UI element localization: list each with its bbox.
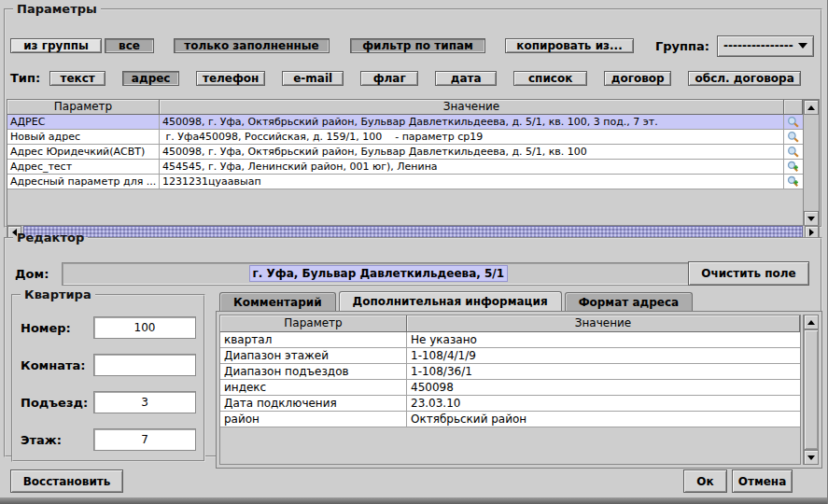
column-header-param[interactable]: Параметр [7,100,160,114]
apartment-group: Квартира Номер: Комната: Подъезд: Этаж: [11,287,205,462]
ok-button[interactable]: Ок [683,469,727,493]
tab-address-format[interactable]: Формат адреса [565,292,694,311]
editor-group-title: Редактор [13,231,88,245]
value-cell[interactable]: 1-108/36/1 [407,364,800,379]
tab-comment[interactable]: Комментарий [219,292,336,311]
only-filled-button[interactable]: только заполненные [174,38,330,53]
value-cell[interactable]: 1231231цуаавыап [160,175,784,189]
number-input[interactable] [93,316,196,339]
magnifier-plus-icon [787,161,800,174]
magnifier-icon [787,116,800,129]
row-search-button[interactable] [784,130,803,144]
parameters-group: Параметры из группы все только заполненн… [4,2,822,228]
table-row[interactable]: Адресный параметр для ... 1231231цуаавыа… [7,175,803,189]
table-row[interactable]: индекс 450098 [220,380,800,396]
all-button[interactable]: все [105,38,154,53]
param-cell[interactable]: квартал [220,332,407,347]
param-cell[interactable]: Адрес_тест [7,160,160,174]
param-cell[interactable]: Диапазон подъездов [220,364,407,379]
entrance-label: Подъезд: [21,396,88,410]
param-cell[interactable]: Диапазон этажей [220,348,407,363]
magnifier-plus-icon [787,175,800,189]
param-cell[interactable]: Адрес Юридечкий(АСВТ) [7,145,160,159]
info-table-header[interactable]: Параметр Значение [220,315,800,332]
scroll-up-icon [807,320,815,325]
table-row[interactable]: Новый адрес г. Уфа450098, Российская, д.… [7,130,803,145]
parameters-editor-window: Параметры из группы все только заполненн… [0,0,828,504]
row-search-add-button[interactable] [784,160,803,174]
parameters-table-header[interactable]: Параметр Значение [7,100,803,115]
group-dropdown[interactable]: --------------- [717,35,814,57]
floor-label: Этаж: [21,433,62,447]
tab-strip: Комментарий Дополнительная информация Фо… [216,291,822,311]
table-row[interactable]: Диапазон подъездов 1-108/36/1 [220,364,800,380]
type-text-button[interactable]: текст [49,71,105,86]
value-cell[interactable]: 450098, г. Уфа, Октябрьский район, Бульв… [160,115,784,129]
type-service-contract-button[interactable]: обсл. договора [688,71,801,86]
row-search-button[interactable] [784,115,803,129]
table-row[interactable]: Диапазон этажей 1-108/4/1/9 [220,348,800,364]
value-cell[interactable]: 23.03.10 [407,396,800,411]
param-cell[interactable]: Адресный параметр для ... [7,175,160,189]
value-cell[interactable]: Не указано [407,332,800,347]
window-bottom-frame [0,497,827,504]
room-label: Комната: [21,358,85,372]
param-cell[interactable]: АДРЕС [7,115,160,129]
scroll-down-button[interactable] [804,450,819,465]
scroll-up-button[interactable] [804,100,819,115]
group-dropdown-value: --------------- [723,39,793,52]
apartment-field-row: Подъезд: [21,391,196,413]
cancel-button[interactable]: Отмена [732,469,793,493]
type-date-button[interactable]: дата [435,71,497,86]
param-cell[interactable]: Дата подключения [220,396,407,411]
floor-input[interactable] [93,428,196,451]
param-cell[interactable]: Новый адрес [7,130,160,144]
room-input[interactable] [93,354,196,376]
table-row[interactable]: район Октябрьский район [220,412,800,427]
value-cell[interactable]: г. Уфа450098, Российская, д. 159/1, 100 … [160,130,784,144]
type-phone-button[interactable]: телефон [196,71,265,86]
table-row[interactable]: АДРЕС 450098, г. Уфа, Октябрьский район,… [7,115,803,130]
row-search-button[interactable] [784,145,803,159]
param-cell[interactable]: индекс [220,380,407,395]
value-cell[interactable]: Октябрьский район [407,412,800,427]
number-label: Номер: [21,321,71,335]
row-search-add-button[interactable] [784,175,803,189]
value-cell[interactable]: 450098 [407,380,800,395]
table-row[interactable]: Дата подключения 23.03.10 [220,396,800,412]
value-cell[interactable]: 450098, г. Уфа, Октябрьский район, Бульв… [160,145,784,159]
type-contract-button[interactable]: договор [604,71,671,86]
restore-button[interactable]: Восстановить [10,469,123,493]
value-cell[interactable]: 454545, г. Уфа, Ленинский район, 001 юг)… [160,160,784,174]
house-field-selected-text: г. Уфа, Бульвар Давлеткильдеева, 5/1 [249,265,508,282]
scroll-up-button[interactable] [804,315,819,329]
entrance-input[interactable] [93,391,196,413]
column-header-value[interactable]: Значение [160,100,784,114]
column-header-value[interactable]: Значение [407,315,800,331]
scroll-up-icon [807,105,815,110]
type-list-button[interactable]: список [513,71,587,86]
param-cell[interactable]: район [220,412,407,427]
scroll-down-icon [807,455,815,460]
table-row[interactable]: Адрес Юридечкий(АСВТ) 450098, г. Уфа, Ок… [7,145,803,160]
column-header-param[interactable]: Параметр [220,315,407,331]
type-email-button[interactable]: e-mail [282,71,344,86]
chevron-down-icon [798,43,807,49]
parameters-table-vertical-scrollbar[interactable] [803,100,819,226]
filter-by-type-button[interactable]: фильтр по типам [350,38,485,53]
type-flag-button[interactable]: флаг [360,71,418,86]
info-table-vertical-scrollbar[interactable] [803,315,819,465]
magnifier-icon [787,131,800,144]
clear-field-button[interactable]: Очистить поле [688,261,809,286]
scrollbar-thumb[interactable] [804,329,819,450]
tab-additional-info[interactable]: Дополнительная информация [339,291,562,311]
scrollbar-track[interactable] [804,115,819,211]
copy-from-button[interactable]: копировать из... [505,38,634,53]
value-cell[interactable]: 1-108/4/1/9 [407,348,800,363]
from-group-button[interactable]: из группы [10,38,102,53]
type-address-button[interactable]: адрес [122,71,179,86]
table-row[interactable]: квартал Не указано [220,332,800,348]
scroll-down-button[interactable] [804,211,819,226]
house-field[interactable]: г. Уфа, Бульвар Давлеткильдеева, 5/1 [62,262,695,286]
table-row[interactable]: Адрес_тест 454545, г. Уфа, Ленинский рай… [7,160,803,175]
